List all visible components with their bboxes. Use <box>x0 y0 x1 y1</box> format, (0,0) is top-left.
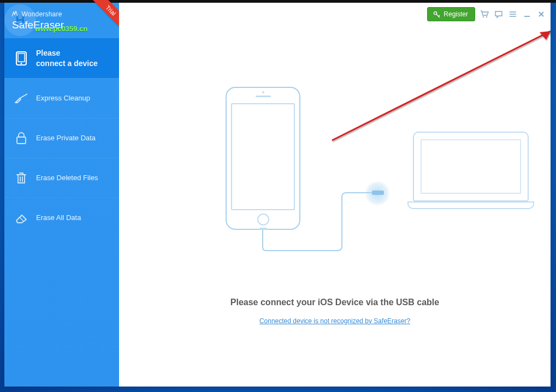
sidebar-item-express-cleanup[interactable]: Express Cleanup <box>4 78 119 118</box>
sidebar: H Wondershare SafeEraser www.pc0359.cn T… <box>4 3 119 387</box>
connect-headline: Please connect your iOS Device via the U… <box>230 298 439 307</box>
sidebar-item-erase-all[interactable]: Erase All Data <box>4 198 119 237</box>
sidebar-item-label: Erase Deleted Files <box>36 173 98 183</box>
laptop-graphic <box>407 132 534 209</box>
connect-illustration <box>168 87 485 267</box>
sidebar-nav: Please connect a device Express Cleanup … <box>4 38 119 237</box>
sidebar-item-erase-deleted[interactable]: Erase Deleted Files <box>4 158 119 198</box>
phone-graphic <box>226 87 300 230</box>
trash-icon <box>14 171 28 185</box>
trial-ribbon: Trial <box>90 0 122 32</box>
brand-area: H Wondershare SafeEraser www.pc0359.cn T… <box>4 3 119 38</box>
lock-icon <box>14 131 28 145</box>
phone-icon <box>14 51 28 66</box>
svg-rect-1 <box>18 54 25 62</box>
sidebar-item-label: Express Cleanup <box>36 93 90 103</box>
eraser-icon <box>14 211 28 225</box>
broom-icon <box>14 91 28 105</box>
main-pane: Register <box>119 3 551 387</box>
not-recognized-link[interactable]: Connected device is not recognized by Sa… <box>259 317 410 325</box>
sidebar-item-label: Erase All Data <box>36 213 81 223</box>
usb-plug-graphic <box>372 191 384 195</box>
main-content: Please connect your iOS Device via the U… <box>119 3 551 387</box>
app-window: H Wondershare SafeEraser www.pc0359.cn T… <box>4 3 551 387</box>
sidebar-item-erase-private[interactable]: Erase Private Data <box>4 118 119 158</box>
svg-rect-3 <box>17 137 26 144</box>
svg-point-2 <box>21 62 22 64</box>
sidebar-item-label: Please connect a device <box>36 48 98 69</box>
sidebar-item-label: Erase Private Data <box>36 133 96 143</box>
sidebar-item-connect[interactable]: Please connect a device <box>4 38 119 78</box>
